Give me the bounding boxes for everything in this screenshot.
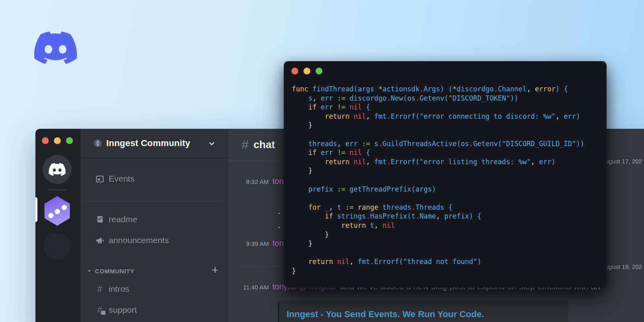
hash-bubble-icon: # — [95, 305, 105, 315]
screenshot-canvas: Inngest Community Events — [0, 0, 644, 322]
inngest-server-button[interactable] — [43, 195, 71, 227]
chevron-down-icon[interactable] — [207, 139, 216, 148]
server-name: Inngest Community — [106, 138, 190, 149]
channel-label: intros — [109, 284, 129, 294]
code-snippet-window: func findThread(args *actionsdk.Args) (*… — [284, 61, 607, 287]
bullet-fragment: - — [278, 208, 281, 218]
hash-icon: # — [95, 284, 105, 294]
code-content: func findThread(args *actionsdk.Args) (*… — [292, 85, 603, 285]
create-channel-button[interactable]: + — [211, 263, 219, 277]
home-discord-icon — [49, 163, 66, 176]
active-server-pill — [35, 197, 37, 222]
close-button[interactable] — [291, 68, 298, 74]
channel-label: support — [109, 305, 137, 315]
chevron-small-icon — [87, 268, 92, 273]
calendar-icon — [95, 174, 105, 184]
megaphone-icon — [95, 235, 105, 245]
sidebar-divider — [85, 201, 223, 202]
sidebar-item-events[interactable]: Events — [80, 173, 228, 185]
book-check-icon — [95, 215, 105, 224]
channel-label: Events — [109, 174, 134, 184]
hash-icon: # — [242, 137, 249, 152]
hex-dot — [55, 209, 60, 214]
sidebar-item-support[interactable]: # support — [80, 304, 228, 316]
sidebar-item-readme[interactable]: readme — [80, 213, 228, 225]
section-label: COMMUNITY — [95, 268, 134, 275]
timestamp: 9:39 AM — [241, 240, 269, 248]
timestamp: 8:32 AM — [241, 178, 269, 186]
channel-title: chat — [254, 138, 275, 151]
close-button[interactable] — [42, 137, 49, 144]
sidebar-item-intros[interactable]: # intros — [80, 283, 228, 295]
discord-home-button[interactable] — [43, 155, 72, 184]
zoom-button[interactable] — [316, 68, 322, 74]
hex-dot — [48, 213, 54, 218]
bullet-fragment: - — [278, 222, 281, 232]
hex-dot — [62, 205, 67, 210]
section-community[interactable]: COMMUNITY + — [80, 266, 228, 276]
embed-title-link[interactable]: Inngest - You Send Events. We Run Your C… — [287, 309, 484, 319]
zoom-button[interactable] — [66, 137, 73, 144]
timestamp: 11:40 AM — [238, 284, 269, 291]
channel-sidebar: Inngest Community Events — [80, 129, 228, 322]
channel-label: readme — [109, 215, 137, 224]
server-rail — [35, 129, 80, 322]
minimize-button[interactable] — [54, 137, 61, 144]
window-controls — [291, 68, 322, 74]
minimize-button[interactable] — [303, 68, 310, 74]
discord-logo-icon — [34, 31, 77, 64]
sidebar-item-announcements[interactable]: announcements — [80, 234, 228, 246]
server-button-partial[interactable] — [43, 233, 71, 260]
rail-divider — [48, 189, 66, 190]
window-controls — [42, 137, 73, 144]
channel-label: announcements — [109, 235, 169, 245]
link-embed: Inngest - You Send Events. We Run Your C… — [278, 300, 568, 322]
server-header[interactable]: Inngest Community — [80, 129, 228, 158]
server-badge-icon — [93, 139, 102, 148]
